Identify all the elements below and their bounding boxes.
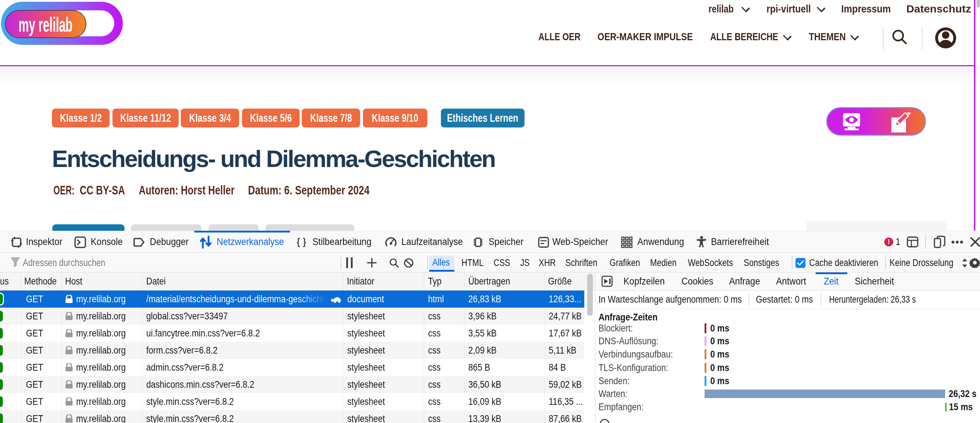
svg-text:my relilab: my relilab xyxy=(19,13,73,36)
